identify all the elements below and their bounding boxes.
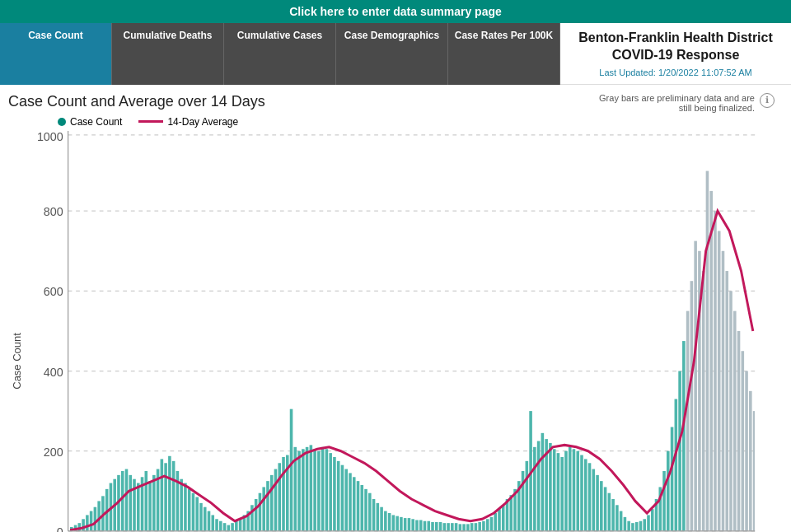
svg-rect-56 [208,511,211,530]
svg-rect-108 [411,519,414,531]
svg-rect-131 [502,505,505,531]
svg-rect-175 [675,399,678,530]
svg-rect-87 [329,453,332,531]
svg-rect-115 [439,522,442,531]
legend-case-count-label: Case Count [70,116,122,128]
svg-rect-89 [337,460,340,530]
svg-rect-194 [749,390,752,530]
svg-rect-151 [580,455,583,530]
chart-note: Gray bars are preliminary data and are s… [590,93,755,113]
svg-rect-177 [682,341,686,531]
svg-rect-153 [588,463,592,531]
title-area: Benton-Franklin Health District COVID-19… [560,23,791,85]
svg-rect-122 [466,524,470,531]
svg-rect-180 [694,240,697,530]
svg-rect-182 [702,271,705,531]
svg-rect-64 [239,519,242,531]
svg-rect-46 [168,455,171,530]
svg-rect-125 [478,522,481,531]
svg-rect-106 [404,518,407,531]
svg-rect-165 [635,522,639,531]
svg-rect-59 [219,520,222,530]
tab-case-count[interactable]: Case Count [0,23,112,85]
svg-rect-103 [392,515,396,530]
tab-cumulative-cases[interactable]: Cumulative Cases [224,23,336,85]
tab-case-rates[interactable]: Case Rates Per 100K [448,23,560,85]
svg-rect-128 [490,516,494,530]
svg-rect-84 [317,450,321,530]
svg-rect-155 [596,474,599,530]
svg-rect-119 [455,523,458,531]
svg-rect-158 [608,492,611,530]
svg-rect-120 [459,524,462,531]
svg-rect-113 [431,522,434,531]
svg-rect-25 [86,515,89,530]
svg-rect-55 [204,506,207,530]
svg-rect-118 [451,523,454,531]
chart-inner: 0 200 400 600 800 1000 [29,131,775,532]
svg-rect-152 [584,459,587,530]
svg-rect-107 [408,518,411,531]
svg-rect-121 [462,524,466,531]
svg-rect-173 [667,450,670,530]
svg-rect-67 [250,505,254,531]
svg-rect-54 [199,502,203,530]
svg-rect-143 [549,443,552,531]
svg-rect-80 [302,449,305,531]
svg-rect-63 [235,520,238,530]
svg-rect-28 [97,501,101,530]
svg-text:400: 400 [44,365,63,378]
svg-rect-50 [184,483,187,530]
svg-rect-69 [259,492,262,530]
last-updated: Last Updated: 1/20/2022 11:07:52 AM [570,68,781,77]
svg-rect-193 [745,371,748,530]
svg-rect-38 [137,483,140,530]
svg-rect-104 [396,516,399,530]
svg-rect-192 [742,351,745,531]
svg-rect-169 [651,509,654,531]
svg-rect-188 [725,271,728,531]
svg-rect-183 [706,170,709,530]
svg-rect-162 [624,516,627,530]
svg-rect-166 [639,520,643,530]
nav-tabs: Case Count Cumulative Deaths Cumulative … [0,23,560,85]
svg-rect-190 [733,310,737,530]
svg-rect-26 [90,511,93,530]
svg-rect-92 [349,473,352,530]
svg-text:1000: 1000 [37,131,63,143]
svg-rect-90 [341,464,344,530]
banner-button[interactable]: Click here to enter data summary page [0,0,791,23]
tab-cumulative-deaths[interactable]: Cumulative Deaths [112,23,224,85]
svg-rect-93 [353,477,356,531]
svg-rect-81 [306,446,309,530]
svg-text:0: 0 [57,525,63,532]
svg-rect-24 [82,519,85,531]
svg-rect-91 [344,469,348,530]
svg-rect-110 [419,520,423,530]
svg-rect-60 [223,523,227,531]
svg-rect-62 [231,523,234,531]
svg-rect-27 [94,506,97,530]
svg-rect-40 [145,471,148,531]
chart-container: Case Count and Average over 14 Days Gray… [0,85,791,532]
svg-rect-146 [560,457,564,531]
svg-rect-45 [164,463,167,531]
svg-rect-157 [604,487,607,530]
svg-rect-144 [553,449,556,531]
info-icon-top[interactable]: ℹ [760,93,775,108]
svg-rect-101 [384,511,387,530]
chart-area: Case Count 0 200 400 600 800 [8,131,775,532]
svg-rect-52 [192,492,195,530]
svg-rect-137 [526,460,529,530]
tab-case-demographics[interactable]: Case Demographics [336,23,448,85]
svg-text:800: 800 [44,205,63,218]
svg-rect-86 [325,449,329,531]
svg-rect-68 [255,499,258,531]
svg-rect-167 [643,519,646,531]
legend-line-icon [138,120,163,123]
svg-rect-191 [737,331,741,531]
svg-rect-156 [600,481,603,531]
svg-text:600: 600 [44,285,63,298]
svg-rect-160 [615,505,619,531]
svg-rect-77 [290,408,293,530]
